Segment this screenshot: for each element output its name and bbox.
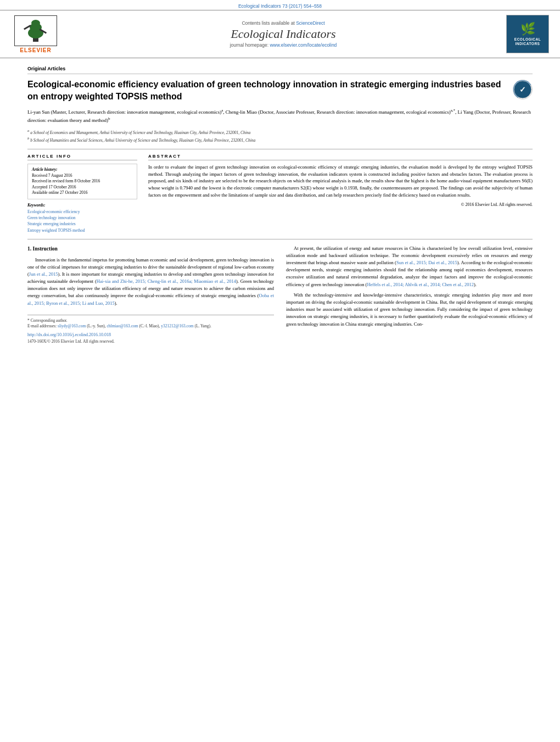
main-content: Original Articles Ecological-economic ef…	[0, 58, 560, 350]
crossmark-logo: ✓	[513, 80, 533, 99]
keyword-3: Strategic emerging industries	[27, 221, 137, 227]
body-section: 1. Instruction Innovation is the fundame…	[27, 245, 533, 345]
ref-hai-xia[interactable]: Hai-xia and Zhi-he, 2015; Cheng-lin et a…	[97, 278, 236, 284]
section-label: Original Articles	[27, 66, 533, 74]
issn-line: 1470-160X/© 2016 Elsevier Ltd. All right…	[27, 338, 274, 345]
svg-text:✓: ✓	[519, 85, 526, 94]
journal-title: Ecological Indicators	[66, 27, 501, 41]
received-line: Received 7 August 2016	[32, 173, 133, 179]
science-direct-line: Contents lists available at ScienceDirec…	[66, 20, 501, 26]
revised-line: Received in revised form 8 October 2016	[32, 178, 133, 185]
email1-link[interactable]: sliydy@163.com	[58, 323, 86, 328]
article-history-block: Article history: Received 7 August 2016 …	[27, 164, 137, 199]
doi-link[interactable]: http://dx.doi.org/10.1016/j.ecolind.2016…	[27, 332, 111, 337]
journal-ref-text: Ecological Indicators 73 (2017) 554–558	[238, 3, 322, 9]
elsevier-logo-box	[14, 15, 57, 46]
keyword-2: Green technology innovation	[27, 215, 137, 221]
separator-2	[27, 239, 533, 239]
body-left-column: 1. Instruction Innovation is the fundame…	[27, 245, 274, 345]
section-1-heading: 1. Instruction	[27, 245, 274, 253]
email-line: E-mail addresses: sliydy@163.com (L.-y. …	[27, 323, 274, 330]
doi-line: http://dx.doi.org/10.1016/j.ecolind.2016…	[27, 332, 274, 338]
science-direct-link[interactable]: ScienceDirect	[296, 20, 324, 26]
affiliations: a a School of Economics and Management, …	[27, 128, 533, 143]
elsevier-logo: ELSEVIER	[11, 15, 60, 53]
elsevier-label: ELSEVIER	[20, 47, 51, 53]
ref-jun-2015[interactable]: Jun et al., 2015	[29, 271, 58, 277]
email3-link[interactable]: y321212@163.com	[161, 323, 193, 328]
article-title: Ecological-economic efficiency evaluatio…	[27, 79, 507, 103]
article-info-column: ARTICLE INFO Article history: Received 7…	[27, 154, 137, 233]
separator-1	[27, 149, 533, 149]
journal-header: ELSEVIER Contents lists available at Sci…	[0, 10, 560, 58]
elsevier-tree-svg	[19, 18, 52, 44]
corresponding-note: * Corresponding author.	[27, 318, 274, 324]
keyword-4: Entropy weighted TOPSIS method	[27, 227, 137, 233]
homepage-line: journal homepage: www.elsevier.com/locat…	[66, 42, 501, 48]
abstract-title: ABSTRACT	[148, 154, 533, 160]
ref-heffels[interactable]: Heffels et al., 2014; Ahlvik et al., 201…	[367, 282, 474, 287]
article-info-title: ARTICLE INFO	[27, 154, 137, 160]
available-line: Available online 27 October 2016	[32, 190, 133, 196]
info-abstract-columns: ARTICLE INFO Article history: Received 7…	[27, 154, 533, 233]
journal-logo-box: 🌿 ECOLOGICALINDICATORS	[506, 15, 549, 53]
body-para-right-2: With the technology-intensive and knowle…	[286, 292, 533, 328]
abstract-section: ABSTRACT In order to evaluate the impact…	[148, 154, 533, 233]
article-history-label: Article history:	[32, 167, 133, 172]
journal-header-center: Contents lists available at ScienceDirec…	[66, 20, 501, 48]
accepted-line: Accepted 17 October 2016	[32, 185, 133, 191]
body-right-column: At present, the utilization of energy an…	[286, 245, 533, 345]
body-para-1: Innovation is the fundamental impetus fo…	[27, 256, 274, 307]
crossmark-circle: ✓	[513, 80, 533, 99]
page: Ecological Indicators 73 (2017) 554–558 …	[0, 0, 560, 742]
affiliation-b: b b School of Humanities and Social Scie…	[27, 136, 533, 143]
eco-icon: 🌿	[520, 22, 535, 36]
abstract-text: In order to evaluate the impact of green…	[148, 164, 533, 199]
keywords-section: Keywords: Ecological-economic efficiency…	[27, 203, 137, 233]
svg-point-3	[31, 20, 40, 26]
body-para-right-1: At present, the utilization of energy an…	[286, 245, 533, 288]
ref-ooba[interactable]: Ooba et al., 2015; Byron et al., 2015; L…	[27, 293, 274, 305]
journal-reference: Ecological Indicators 73 (2017) 554–558	[0, 0, 560, 10]
authors: Li-yan Sun (Master, Lecturer, Research d…	[27, 108, 533, 125]
article-title-section: Ecological-economic efficiency evaluatio…	[27, 79, 533, 103]
keyword-1: Ecological-economic efficiency	[27, 209, 137, 215]
crossmark-svg: ✓	[513, 80, 532, 99]
body-two-columns: 1. Instruction Innovation is the fundame…	[27, 245, 533, 345]
affiliation-a: a a School of Economics and Management, …	[27, 128, 533, 136]
homepage-url[interactable]: www.elsevier.com/locate/ecolind	[270, 42, 337, 48]
copyright: © 2016 Elsevier Ltd. All rights reserved…	[148, 202, 533, 207]
footnote-area: * Corresponding author. E-mail addresses…	[27, 315, 274, 345]
eco-title: ECOLOGICALINDICATORS	[514, 37, 541, 47]
email2-link[interactable]: chlmiao@163.com	[107, 323, 138, 328]
ref-sun-2015[interactable]: Sun et al., 2015; Dai et al., 2015	[396, 260, 457, 265]
keywords-label: Keywords:	[27, 203, 137, 208]
